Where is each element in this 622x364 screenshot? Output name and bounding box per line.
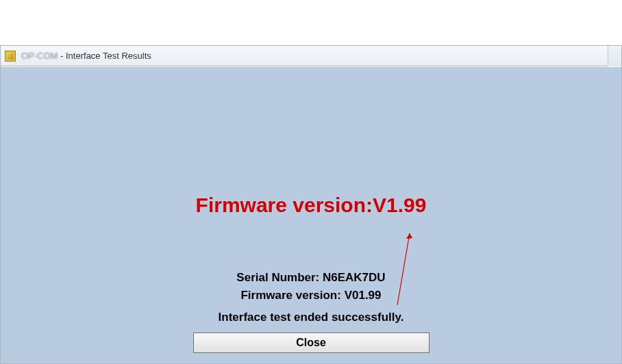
- annotation-text: Firmware version:V1.99: [1, 194, 621, 217]
- serial-value: N6EAK7DU: [323, 271, 386, 284]
- serial-number-line: Serial Number: N6EAK7DU: [1, 271, 621, 285]
- firmware-value: V01.99: [345, 289, 382, 302]
- svg-marker-1: [406, 233, 412, 239]
- close-button[interactable]: Close: [193, 333, 430, 353]
- dialog-window: OP-COM - Interface Test Results Firmware…: [0, 45, 622, 364]
- window-title: OP-COM - Interface Test Results: [21, 51, 151, 61]
- status-message: Interface test ended successfully.: [1, 311, 621, 324]
- firmware-label: Firmware version:: [240, 289, 344, 302]
- app-icon: [5, 51, 16, 62]
- firmware-version-line: Firmware version: V01.99: [1, 289, 621, 302]
- client-area: Firmware version:V1.99 Serial Number: N6…: [1, 67, 621, 363]
- serial-label: Serial Number:: [236, 271, 323, 284]
- app-name: OP-COM: [21, 51, 58, 61]
- titlebar: OP-COM - Interface Test Results: [1, 46, 621, 66]
- title-suffix: - Interface Test Results: [58, 51, 151, 61]
- titlebar-control-area: [608, 46, 621, 66]
- info-block: Serial Number: N6EAK7DU Firmware version…: [1, 271, 621, 353]
